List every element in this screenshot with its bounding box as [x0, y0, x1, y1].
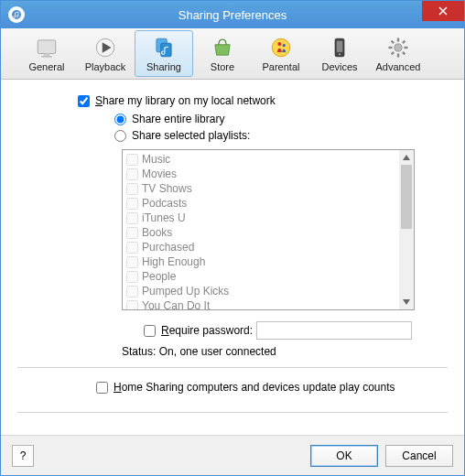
app-icon: [8, 6, 25, 23]
share-selected-radio[interactable]: [114, 130, 126, 142]
share-entire-label: Share entire library: [132, 113, 224, 125]
general-icon: [34, 35, 59, 60]
svg-point-10: [283, 44, 286, 47]
share-library-label: Share my library on my local network: [95, 94, 276, 107]
gear-icon: [385, 35, 411, 60]
playlist-item: TV Shows: [126, 181, 395, 196]
separator: [17, 367, 448, 368]
playlist-item: People: [126, 269, 395, 284]
tab-playback[interactable]: Playback: [76, 30, 135, 77]
svg-point-14: [395, 44, 402, 51]
status-label: Status:: [122, 345, 156, 358]
cancel-label: Cancel: [402, 449, 436, 462]
share-library-checkbox[interactable]: [78, 95, 90, 107]
svg-rect-2: [44, 54, 50, 56]
playlist-checkbox[interactable]: [126, 183, 138, 195]
playlist-item: High Enough: [126, 254, 395, 269]
playlist-checkbox[interactable]: [126, 242, 138, 254]
scrollbar: [399, 150, 414, 309]
playlist-checkbox[interactable]: [126, 227, 138, 239]
svg-line-19: [392, 41, 394, 43]
help-icon: ?: [20, 449, 27, 462]
svg-point-8: [272, 38, 290, 57]
playlist-name: Purchased: [142, 241, 194, 254]
preferences-window: Sharing Preferences General Playback Sha…: [0, 0, 465, 476]
cancel-button[interactable]: Cancel: [385, 445, 453, 467]
status-value: On, one user connected: [159, 345, 276, 358]
password-field[interactable]: [256, 321, 412, 340]
tab-parental[interactable]: Parental: [252, 30, 310, 77]
store-icon: [210, 35, 235, 60]
svg-rect-3: [41, 56, 51, 58]
close-button[interactable]: [422, 1, 464, 21]
playback-icon: [92, 35, 118, 60]
tab-label: Store: [211, 61, 234, 72]
playlist-checkbox[interactable]: [126, 154, 138, 166]
tab-sharing[interactable]: Sharing: [135, 30, 193, 77]
sharing-icon: [151, 35, 177, 60]
playlist-name: High Enough: [142, 255, 205, 268]
home-sharing-checkbox[interactable]: [96, 382, 108, 394]
playlist-name: iTunes U: [142, 211, 186, 224]
tab-store[interactable]: Store: [193, 30, 252, 77]
svg-rect-1: [38, 40, 56, 54]
svg-marker-24: [403, 299, 410, 305]
playlist-checkbox[interactable]: [126, 168, 138, 180]
playlist-name: Podcasts: [142, 197, 187, 210]
playlist-listbox[interactable]: MusicMoviesTV ShowsPodcastsiTunes UBooks…: [122, 149, 415, 310]
svg-point-13: [339, 53, 341, 55]
titlebar: Sharing Preferences: [1, 1, 464, 28]
svg-line-20: [403, 52, 405, 54]
close-icon: [438, 6, 448, 16]
help-button[interactable]: ?: [12, 445, 34, 467]
playlist-item: Movies: [126, 167, 395, 181]
playlist-item: Podcasts: [126, 196, 395, 211]
content-area: Share my library on my local network Sha…: [1, 80, 464, 435]
playlist-item: Music: [126, 152, 395, 167]
tab-label: Parental: [263, 61, 300, 72]
share-entire-radio[interactable]: [114, 114, 126, 125]
playlist-name: Books: [142, 226, 172, 239]
svg-marker-23: [403, 155, 410, 160]
share-selected-label: Share selected playlists:: [132, 129, 250, 142]
playlist-item: Pumped Up Kicks: [126, 284, 395, 298]
svg-rect-12: [337, 41, 343, 52]
playlist-checkbox[interactable]: [126, 271, 138, 283]
separator: [17, 412, 448, 413]
scroll-down-button[interactable]: [399, 295, 414, 309]
playlist-name: Pumped Up Kicks: [142, 285, 229, 298]
playlist-name: Movies: [142, 168, 177, 180]
playlist-checkbox[interactable]: [126, 300, 138, 310]
playlist-checkbox[interactable]: [126, 198, 138, 210]
playlist-checkbox[interactable]: [126, 256, 138, 268]
playlist-name: Music: [142, 153, 170, 166]
playlist-checkbox[interactable]: [126, 286, 138, 298]
svg-point-9: [277, 42, 281, 46]
tab-label: Playback: [85, 61, 126, 72]
tab-label: General: [28, 61, 64, 72]
devices-icon: [327, 35, 352, 60]
playlist-item: Books: [126, 225, 395, 240]
ok-button[interactable]: OK: [310, 445, 378, 467]
playlist-item: iTunes U: [126, 211, 395, 225]
playlist-name: People: [142, 270, 176, 283]
footer: ? OK Cancel: [1, 435, 464, 475]
require-password-label: Require password:: [161, 324, 253, 337]
tab-label: Advanced: [376, 61, 421, 72]
tab-devices[interactable]: Devices: [310, 30, 369, 77]
playlist-name: You Can Do It: [142, 299, 210, 309]
require-password-checkbox[interactable]: [144, 325, 156, 337]
tab-label: Devices: [321, 61, 357, 72]
scroll-up-button[interactable]: [399, 150, 414, 165]
scroll-thumb[interactable]: [401, 165, 412, 229]
parental-icon: [268, 35, 294, 60]
window-title: Sharing Preferences: [178, 8, 287, 22]
tab-advanced[interactable]: Advanced: [369, 30, 427, 77]
home-sharing-label: Home Sharing computers and devices updat…: [114, 381, 395, 394]
tab-general[interactable]: General: [17, 30, 76, 77]
playlist-name: TV Shows: [142, 182, 192, 195]
ok-label: OK: [336, 449, 351, 462]
preferences-toolbar: General Playback Sharing Store Parental …: [1, 28, 464, 80]
playlist-checkbox[interactable]: [126, 212, 138, 224]
playlist-item: You Can Do It: [126, 298, 395, 309]
